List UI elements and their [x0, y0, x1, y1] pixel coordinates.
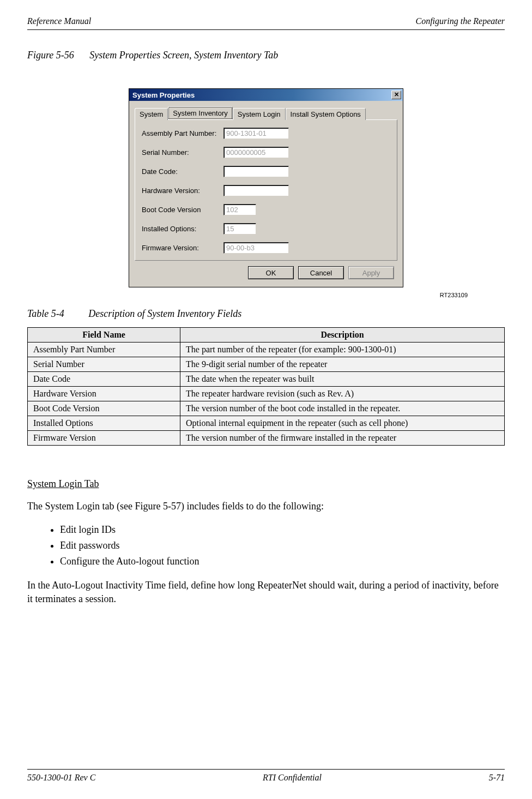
field-row: Assembly Part Number:: [142, 128, 390, 139]
list-item: Configure the Auto-logout function: [60, 554, 505, 569]
hardware-version-input[interactable]: [223, 185, 289, 196]
table-title: Description of System Inventory Fields: [88, 308, 241, 319]
table-row: Serial NumberThe 9-digit serial number o…: [28, 357, 505, 372]
dialog-title: System Properties: [132, 91, 195, 99]
col-description: Description: [180, 328, 505, 343]
apply-button[interactable]: Apply: [348, 266, 394, 279]
assembly-part-number-label: Assembly Part Number:: [142, 129, 223, 137]
field-row: Boot Code Version: [142, 204, 390, 215]
boot-code-version-input[interactable]: [223, 204, 256, 215]
table-number: Table 5-4: [27, 308, 64, 319]
description-table: Field Name Description Assembly Part Num…: [27, 327, 505, 446]
header-left: Reference Manual: [27, 16, 91, 26]
firmware-version-input[interactable]: [223, 242, 289, 254]
table-row: Hardware VersionThe repeater hardware re…: [28, 387, 505, 401]
page-header: Reference Manual Configuring the Repeate…: [27, 16, 505, 30]
ok-button[interactable]: OK: [248, 266, 294, 279]
serial-number-input[interactable]: [223, 147, 289, 158]
field-row: Installed Options:: [142, 223, 390, 235]
table-caption: Table 5-4 Description of System Inventor…: [27, 308, 505, 320]
list-item: Edit passwords: [60, 538, 505, 553]
section-intro: The System Login tab (see Figure 5-57) i…: [27, 500, 505, 513]
footer-right: 5-71: [489, 773, 505, 783]
hardware-version-label: Hardware Version:: [142, 187, 223, 195]
header-right: Configuring the Repeater: [415, 16, 505, 26]
date-code-label: Date Code:: [142, 167, 223, 176]
tab-system-inventory[interactable]: System Inventory: [168, 106, 232, 119]
tab-panel: Assembly Part Number: Serial Number: Dat…: [135, 119, 397, 261]
installed-options-label: Installed Options:: [142, 225, 223, 233]
bullet-list: Edit login IDs Edit passwords Configure …: [60, 522, 505, 569]
date-code-input[interactable]: [223, 166, 289, 177]
field-row: Firmware Version:: [142, 242, 390, 254]
page-footer: 550-1300-01 Rev C RTI Confidential 5-71: [27, 769, 505, 783]
tab-system-login[interactable]: System Login: [233, 108, 286, 120]
image-id: RT233109: [64, 292, 468, 298]
table-row: Boot Code VersionThe version number of t…: [28, 401, 505, 416]
figure-caption: Figure 5-56 System Properties Screen, Sy…: [27, 50, 505, 61]
close-icon[interactable]: ✕: [391, 91, 401, 99]
serial-number-label: Serial Number:: [142, 148, 223, 157]
table-row: Installed Options Optional internal equi…: [28, 416, 505, 431]
cancel-button[interactable]: Cancel: [298, 266, 344, 279]
table-row: Firmware VersionThe version number of th…: [28, 431, 505, 446]
list-item: Edit login IDs: [60, 522, 505, 537]
figure-number: Figure 5-56: [27, 50, 74, 61]
figure-title: System Properties Screen, System Invento…: [89, 50, 278, 61]
system-properties-dialog: System Properties ✕ System System Invent…: [129, 88, 403, 287]
field-row: Hardware Version:: [142, 185, 390, 196]
firmware-version-label: Firmware Version:: [142, 244, 223, 252]
field-row: Date Code:: [142, 166, 390, 177]
table-header-row: Field Name Description: [28, 328, 505, 343]
footer-center: RTI Confidential: [263, 773, 322, 783]
footer-left: 550-1300-01 Rev C: [27, 773, 95, 783]
table-row: Date CodeThe date when the repeater was …: [28, 372, 505, 387]
tab-install-system-options[interactable]: Install System Options: [286, 108, 366, 120]
section-paragraph: In the Auto-Logout Inactivity Time field…: [27, 579, 505, 605]
tab-system[interactable]: System: [135, 108, 168, 120]
tabs-row: System System Inventory System Login Ins…: [135, 106, 397, 119]
table-row: Assembly Part NumberThe part number of t…: [28, 343, 505, 357]
dialog-titlebar[interactable]: System Properties ✕: [129, 89, 403, 101]
assembly-part-number-input[interactable]: [223, 128, 289, 139]
boot-code-version-label: Boot Code Version: [142, 206, 223, 214]
field-row: Serial Number:: [142, 147, 390, 158]
section-heading: System Login Tab: [27, 478, 505, 490]
col-field-name: Field Name: [28, 328, 180, 343]
installed-options-input[interactable]: [223, 223, 256, 235]
